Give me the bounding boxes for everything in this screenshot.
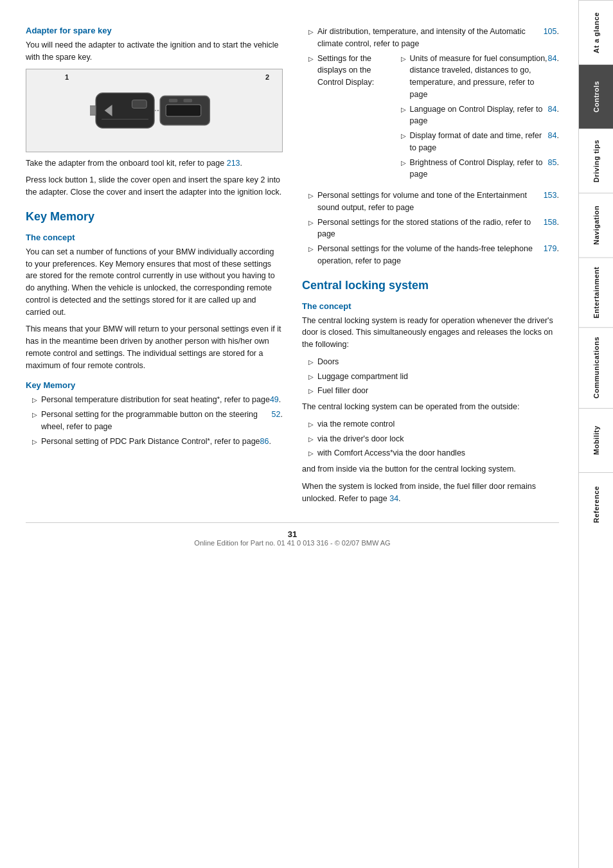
km-link-86[interactable]: 86	[260, 436, 269, 448]
central-para1: The central locking system is ready for …	[302, 315, 559, 351]
adapter-page-link[interactable]: 213	[227, 159, 240, 168]
link-179[interactable]: 179	[544, 243, 557, 255]
right-top-list: Air distribution, temperature, and inten…	[302, 26, 559, 267]
list-item: Display format of date and time, refer t…	[395, 130, 559, 154]
link-34[interactable]: 34	[389, 494, 398, 503]
list-item: Personal settings for the volume of the …	[302, 243, 559, 267]
sidebar-tab-mobility[interactable]: Mobility	[579, 408, 613, 472]
sidebar-tab-entertainment[interactable]: Entertainment	[579, 257, 613, 327]
page-number: 31	[288, 529, 297, 539]
list-item: Personal setting for the programmable bu…	[26, 409, 283, 433]
link-84b[interactable]: 84	[548, 103, 557, 116]
copyright-text: Online Edition for Part no. 01 41 0 013 …	[194, 539, 390, 547]
sidebar: At a glance Controls Driving tips Naviga…	[578, 0, 613, 868]
link-85[interactable]: 85	[548, 157, 557, 169]
key-memory-title: Key Memory	[26, 210, 283, 224]
svg-rect-6	[166, 104, 201, 116]
list-item: Units of measure for fuel consumption, d…	[395, 53, 559, 101]
link-105[interactable]: 105	[544, 26, 557, 38]
sidebar-tab-controls[interactable]: Controls	[579, 64, 613, 128]
central-locking-title: Central locking system	[302, 279, 559, 292]
key-num-1-label: 1	[65, 73, 69, 81]
sidebar-tab-communications[interactable]: Communications	[579, 327, 613, 407]
adapter-para3: Press lock button 1, slide the cover ope…	[26, 174, 283, 199]
left-column: Adapter for spare key You will need the …	[26, 26, 283, 509]
sidebar-tab-at-a-glance[interactable]: At a glance	[579, 0, 613, 64]
list-item: Language on Control Display, refer to pa…	[395, 103, 559, 128]
key-memory-concept-para1: You can set a number of functions of you…	[26, 246, 283, 319]
page-footer: 31 Online Edition for Part no. 01 41 0 0…	[26, 522, 559, 547]
link-84c[interactable]: 84	[548, 130, 557, 142]
key-memory-concept-para2: This means that your BMW will return to …	[26, 323, 283, 371]
link-153[interactable]: 153	[544, 190, 557, 202]
list-item: Fuel filler door	[302, 385, 559, 397]
list-item: Personal settings for volume and tone of…	[302, 190, 559, 214]
sidebar-tab-driving-tips[interactable]: Driving tips	[579, 128, 613, 193]
right-column: Air distribution, temperature, and inten…	[302, 26, 559, 509]
sidebar-tab-reference[interactable]: Reference	[579, 472, 613, 536]
km-link-52[interactable]: 52	[272, 409, 281, 421]
list-item: Personal settings for the stored station…	[302, 217, 559, 241]
link-84a[interactable]: 84	[548, 53, 557, 65]
central-para3: and from inside via the button for the c…	[302, 463, 559, 475]
km-link-49[interactable]: 49	[270, 394, 279, 406]
central-para2: The central locking system can be operat…	[302, 401, 559, 413]
svg-rect-8	[183, 98, 192, 102]
svg-rect-7	[169, 98, 178, 102]
sidebar-tab-navigation[interactable]: Navigation	[579, 193, 613, 257]
sub-list-display: Units of measure for fuel consumption, d…	[382, 53, 559, 184]
adapter-para1: You will need the adapter to activate th…	[26, 39, 283, 64]
key-num-2-label: 2	[265, 73, 269, 81]
central-para4: When the system is locked from inside, t…	[302, 481, 559, 505]
central-list2: via the remote control via the driver's …	[302, 418, 559, 459]
svg-rect-3	[132, 100, 147, 108]
key-memory-list: Personal temperature distribution for se…	[26, 394, 283, 447]
list-item: Air distribution, temperature, and inten…	[302, 26, 559, 50]
central-concept-heading: The concept	[302, 301, 559, 311]
list-item: Personal setting of PDC Park Distance Co…	[26, 436, 283, 448]
list-item: via the driver's door lock	[302, 433, 559, 445]
list-item: Personal temperature distribution for se…	[26, 394, 283, 406]
list-item: via the remote control	[302, 418, 559, 430]
list-item: with Comfort Access* via the door handle…	[302, 447, 559, 459]
central-list1: Doors Luggage compartment lid Fuel fille…	[302, 356, 559, 397]
list-item: Luggage compartment lid	[302, 371, 559, 383]
adapter-para2: Take the adapter from the onboard tool k…	[26, 157, 283, 170]
key-memory-list-heading: Key Memory	[26, 380, 283, 390]
svg-marker-1	[90, 105, 96, 115]
main-content: Adapter for spare key You will need the …	[0, 0, 578, 868]
list-item: Doors	[302, 356, 559, 368]
adapter-heading: Adapter for spare key	[26, 26, 283, 35]
list-item: Settings for the displays on the Control…	[302, 53, 559, 188]
key-memory-concept-heading: The concept	[26, 233, 283, 242]
key-image-svg	[90, 78, 218, 143]
link-158[interactable]: 158	[544, 217, 557, 229]
key-image-box: 1 2	[26, 69, 283, 152]
list-item: Brightness of Control Display, refer to …	[395, 157, 559, 181]
